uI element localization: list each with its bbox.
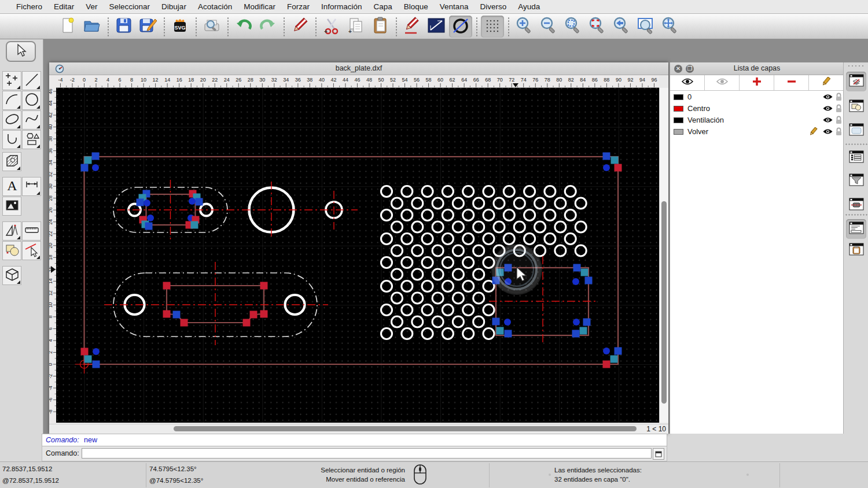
layer-row-centro[interactable]: Centro bbox=[670, 103, 844, 114]
add-layer-button[interactable] bbox=[740, 75, 774, 90]
polyline-tool-button[interactable] bbox=[2, 130, 21, 149]
svg-text:42: 42 bbox=[330, 77, 336, 83]
menu-acotacion[interactable]: Acotación bbox=[192, 0, 238, 13]
dimension-tool-button[interactable] bbox=[22, 177, 41, 196]
view-list-panel-button[interactable] bbox=[846, 121, 866, 141]
zoom-previous-button[interactable] bbox=[610, 16, 633, 38]
block-list-panel-button[interactable] bbox=[846, 97, 866, 117]
layer-color-swatch[interactable] bbox=[674, 94, 683, 100]
svg-export-button[interactable]: SVG bbox=[168, 16, 192, 38]
drawing-canvas[interactable] bbox=[56, 88, 659, 423]
tool-palette: A bbox=[0, 39, 43, 461]
menu-modificar[interactable]: Modificar bbox=[238, 0, 281, 13]
menu-bloque[interactable]: Bloque bbox=[398, 0, 434, 13]
horizontal-scrollbar[interactable]: 1 < 10 bbox=[49, 424, 668, 434]
points-tool-button[interactable] bbox=[2, 71, 21, 90]
zoom-out-button[interactable] bbox=[537, 16, 560, 38]
menu-ayuda[interactable]: Ayuda bbox=[512, 0, 546, 13]
vertical-scrollbar[interactable] bbox=[659, 88, 668, 423]
zoom-pan-button[interactable] bbox=[659, 16, 682, 38]
clipboard-panel-button[interactable] bbox=[846, 241, 866, 260]
text-tool-button[interactable]: A bbox=[2, 177, 21, 196]
command-line-panel-button[interactable] bbox=[846, 219, 866, 239]
menu-informacion[interactable]: Información bbox=[315, 0, 368, 13]
zoom-selection-button[interactable] bbox=[586, 16, 609, 38]
copy-button[interactable]: + bbox=[344, 16, 367, 38]
menu-capa[interactable]: Capa bbox=[368, 0, 398, 13]
line-attributes-button[interactable] bbox=[425, 16, 448, 38]
selection-handle bbox=[603, 153, 610, 160]
paste-button[interactable] bbox=[369, 16, 392, 38]
menu-fichero[interactable]: Fichero bbox=[10, 0, 48, 13]
layer-lock-icon[interactable] bbox=[835, 116, 843, 127]
menu-forzar[interactable]: Forzar bbox=[281, 0, 315, 13]
layer-visibility-eye-icon[interactable] bbox=[822, 127, 833, 138]
edit-layer-button[interactable] bbox=[809, 75, 844, 90]
delete-button[interactable] bbox=[288, 16, 311, 38]
selection-handle bbox=[163, 282, 171, 290]
zoom-in-button[interactable] bbox=[513, 16, 536, 38]
tools-tool-button[interactable] bbox=[2, 221, 21, 241]
save-button[interactable] bbox=[112, 16, 135, 38]
hatch-tool-button[interactable] bbox=[2, 152, 21, 171]
copy-icon: + bbox=[347, 16, 365, 37]
document-title-bar[interactable]: back_plate.dxf bbox=[49, 62, 668, 75]
redo-button[interactable] bbox=[256, 16, 279, 38]
layer-lock-icon[interactable] bbox=[835, 127, 843, 138]
circle-tool-button[interactable] bbox=[22, 91, 41, 110]
block-tool-button[interactable] bbox=[2, 241, 21, 260]
layer-row-volver[interactable]: Volver bbox=[670, 126, 844, 138]
entity-filter-panel-button[interactable] bbox=[846, 195, 866, 215]
layer-list-panel-button[interactable] bbox=[846, 72, 866, 91]
hide-all-button[interactable] bbox=[705, 75, 740, 90]
layer-row-0[interactable]: 0 bbox=[670, 91, 844, 103]
measure-tool-button[interactable] bbox=[22, 221, 41, 241]
layer-row-ventilacion[interactable]: Ventilación bbox=[670, 114, 844, 126]
layer-lock-icon[interactable] bbox=[835, 104, 843, 115]
layer-visibility-eye-icon[interactable] bbox=[822, 116, 833, 126]
show-all-button[interactable] bbox=[670, 75, 705, 90]
menu-ventana[interactable]: Ventana bbox=[434, 0, 475, 13]
library-browser-panel-button[interactable] bbox=[846, 148, 866, 168]
command-input[interactable] bbox=[82, 448, 652, 459]
modify-tool-button[interactable] bbox=[22, 241, 41, 260]
shapes-tool-button[interactable] bbox=[22, 130, 41, 149]
zoom-window-button[interactable] bbox=[634, 16, 657, 38]
selection-handle bbox=[615, 347, 622, 355]
arc-tool-button[interactable] bbox=[2, 91, 21, 110]
line-tool-button[interactable] bbox=[22, 71, 41, 90]
layer-color-swatch[interactable] bbox=[674, 129, 683, 135]
solid-tool-button[interactable] bbox=[2, 266, 21, 285]
command-options-button[interactable] bbox=[653, 448, 664, 460]
open-file-button[interactable] bbox=[80, 16, 104, 38]
layer-color-swatch[interactable] bbox=[674, 117, 683, 123]
save-as-button[interactable] bbox=[137, 16, 160, 38]
svg-text:22: 22 bbox=[49, 231, 53, 236]
undo-button[interactable] bbox=[232, 16, 255, 38]
grid-toggle[interactable] bbox=[481, 16, 504, 38]
edit-button[interactable] bbox=[400, 16, 424, 38]
menu-ver[interactable]: Ver bbox=[80, 0, 103, 13]
layer-visibility-eye-icon[interactable] bbox=[822, 104, 833, 114]
layer-lock-icon[interactable] bbox=[835, 93, 843, 103]
new-file-button[interactable] bbox=[56, 16, 79, 38]
cut-button[interactable]: + bbox=[320, 16, 343, 38]
svg-text:80: 80 bbox=[556, 77, 562, 83]
selection-filter-panel-button[interactable] bbox=[846, 171, 866, 191]
zoom-auto-button[interactable] bbox=[561, 16, 584, 38]
menu-dibujar[interactable]: Dibujar bbox=[156, 0, 192, 13]
image-tool-button[interactable] bbox=[2, 197, 21, 216]
menu-editar[interactable]: Editar bbox=[48, 0, 80, 13]
ellipse-tool-button[interactable] bbox=[2, 110, 21, 130]
print-preview-button[interactable] bbox=[200, 16, 223, 38]
layer-color-swatch[interactable] bbox=[674, 106, 683, 112]
menu-seleccionar[interactable]: Seleccionar bbox=[104, 0, 156, 13]
select-tool-button[interactable] bbox=[6, 41, 36, 62]
vertical-scrollbar-thumb[interactable] bbox=[661, 201, 667, 404]
horizontal-scrollbar-thumb[interactable] bbox=[174, 426, 637, 431]
remove-layer-button[interactable] bbox=[774, 75, 809, 90]
menu-diverso[interactable]: Diverso bbox=[474, 0, 512, 13]
spline-tool-button[interactable] bbox=[22, 110, 41, 130]
layer-visibility-eye-icon[interactable] bbox=[822, 93, 833, 103]
draft-mode-toggle[interactable] bbox=[449, 16, 472, 38]
